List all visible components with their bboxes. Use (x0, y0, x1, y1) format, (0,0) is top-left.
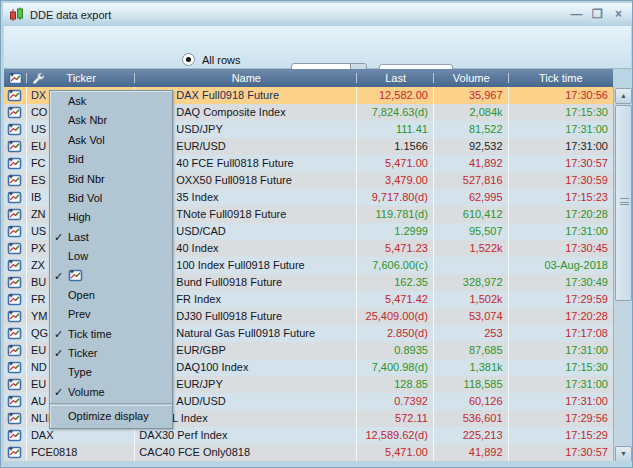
menu-item-label: Last (68, 231, 89, 243)
menu-item-volume[interactable]: ✓Volume (50, 383, 172, 402)
cell-tick-time: 17:20:28 (509, 206, 613, 223)
menu-item-label: Type (68, 366, 92, 378)
cell-tick-time: 17:29:56 (509, 410, 613, 427)
menu-item-ask-vol[interactable]: Ask Vol (50, 131, 172, 150)
cell-tick-time: 17:17:08 (509, 325, 613, 342)
checkmark-icon: ✓ (54, 344, 63, 363)
menu-item-optimize-display[interactable]: Optimize display (50, 407, 172, 426)
cell-last: 5,471.00 (357, 155, 434, 172)
export-toolbar: All rows Selected rows LibreOffice ▼ Cop… (4, 26, 631, 69)
chart-quote-icon-cell[interactable] (4, 121, 27, 138)
menu-item-tick-time[interactable]: ✓Tick time (50, 325, 172, 344)
cell-last: 111.41 (357, 121, 434, 138)
cell-volume: 62,995 (434, 189, 509, 206)
menu-item-label: Low (68, 250, 88, 262)
cell-volume: 41,892 (434, 444, 509, 461)
chart-quote-icon-cell[interactable] (4, 189, 27, 206)
cell-volume: 527,816 (434, 172, 509, 189)
cell-name: CAC40 FCE Only0818 (135, 444, 357, 461)
menu-item-chart-quote[interactable]: ✓ (50, 267, 172, 286)
menu-item-last[interactable]: ✓Last (50, 228, 172, 247)
close-icon[interactable]: × (611, 7, 626, 22)
chart-quote-icon-cell[interactable] (4, 172, 27, 189)
cell-volume: 87,685 (434, 342, 509, 359)
cell-volume (434, 257, 509, 274)
chart-quote-icon-cell[interactable] (4, 427, 27, 444)
column-header-volume[interactable]: Volume (434, 69, 509, 87)
menu-item-ask[interactable]: Ask (50, 92, 172, 111)
cell-last: 5,471.23 (357, 240, 434, 257)
chart-quote-icon (4, 69, 27, 87)
radio-all-rows[interactable]: All rows (182, 53, 241, 66)
menu-item-label: Ask (68, 95, 86, 107)
chart-quote-icon (7, 293, 22, 306)
checkmark-icon: ✓ (54, 383, 63, 402)
menu-item-label: Prev (68, 308, 91, 320)
chart-quote-icon-cell[interactable] (4, 223, 27, 240)
table-header: Ticker Name Last Volume Tick time (4, 69, 613, 87)
chart-quote-icon-cell[interactable] (4, 308, 27, 325)
chart-quote-icon (7, 242, 22, 255)
menu-item-ticker[interactable]: ✓Ticker (50, 344, 172, 363)
chart-quote-icon-cell[interactable] (4, 87, 27, 104)
menu-item-ask-nbr[interactable]: Ask Nbr (50, 111, 172, 130)
chart-quote-icon-cell[interactable] (4, 274, 27, 291)
vertical-scrollbar[interactable]: ▲ ▼ (613, 87, 632, 463)
chart-quote-icon-cell[interactable] (4, 104, 27, 121)
cell-name: DAX30 Perf Index (135, 427, 357, 444)
cell-last: 162.35 (357, 274, 434, 291)
column-header-ticker[interactable]: Ticker (27, 69, 135, 87)
column-header-tick-time[interactable]: Tick time (509, 69, 613, 87)
menu-item-low[interactable]: Low (50, 247, 172, 266)
cell-ticker: FCE0818 (27, 444, 135, 461)
scroll-down-icon[interactable]: ▼ (615, 446, 632, 462)
window-frame-bottom (4, 461, 632, 466)
column-header-name[interactable]: Name (135, 69, 357, 87)
menu-item-bid[interactable]: Bid (50, 150, 172, 169)
menu-item-prev[interactable]: Prev (50, 305, 172, 324)
table-row[interactable]: FCE0818CAC40 FCE Only08185,471.0041,8921… (4, 444, 613, 461)
minimize-icon[interactable]: — (569, 7, 584, 22)
menu-item-type[interactable]: Type (50, 363, 172, 382)
cell-tick-time: 17:30:59 (509, 172, 613, 189)
cell-last: 572.11 (357, 410, 434, 427)
chart-quote-icon-cell[interactable] (4, 342, 27, 359)
cell-last: 12,582.00 (357, 87, 434, 104)
chart-quote-icon-cell[interactable] (4, 359, 27, 376)
scroll-up-icon[interactable]: ▲ (615, 88, 632, 104)
chart-quote-icon-cell[interactable] (4, 410, 27, 427)
cell-tick-time: 17:31:00 (509, 393, 613, 410)
cell-tick-time: 17:31:00 (509, 376, 613, 393)
menu-item-open[interactable]: Open (50, 286, 172, 305)
wrench-icon[interactable] (31, 71, 44, 84)
chart-quote-icon-cell[interactable] (4, 325, 27, 342)
chart-quote-icon-cell[interactable] (4, 206, 27, 223)
column-header-tick-time-label: Tick time (539, 72, 583, 84)
column-header-last[interactable]: Last (357, 69, 434, 87)
chart-quote-icon-cell[interactable] (4, 257, 27, 274)
scrollbar-thumb[interactable] (615, 105, 632, 301)
chart-quote-icon-cell[interactable] (4, 240, 27, 257)
chart-quote-icon-cell[interactable] (4, 376, 27, 393)
chart-quote-icon-cell[interactable] (4, 291, 27, 308)
menu-item-label: Bid (68, 153, 84, 165)
radio-all-rows-circle[interactable] (182, 53, 195, 66)
cell-last: 119.781(d) (357, 206, 434, 223)
chart-quote-icon-cell[interactable] (4, 155, 27, 172)
title-bar: DDE data export — ❐ × (3, 3, 632, 26)
menu-item-bid-vol[interactable]: Bid Vol (50, 189, 172, 208)
dde-export-window: DDE data export — ❐ × All rows Selected … (0, 0, 633, 468)
chart-quote-icon-cell[interactable] (4, 444, 27, 461)
cell-volume: 536,601 (434, 410, 509, 427)
menu-item-label: Open (68, 289, 95, 301)
table-row[interactable]: DAXDAX30 Perf Index12,589.62(d)225,21317… (4, 427, 613, 444)
chart-quote-icon-cell[interactable] (4, 393, 27, 410)
cell-volume: 41,892 (434, 155, 509, 172)
cell-last: 0.7392 (357, 393, 434, 410)
maximize-icon[interactable]: ❐ (590, 7, 605, 22)
chart-quote-icon (7, 123, 22, 136)
menu-item-high[interactable]: High (50, 208, 172, 227)
chart-quote-icon-cell[interactable] (4, 138, 27, 155)
cell-last: 3,479.00 (357, 172, 434, 189)
menu-item-bid-nbr[interactable]: Bid Nbr (50, 170, 172, 189)
